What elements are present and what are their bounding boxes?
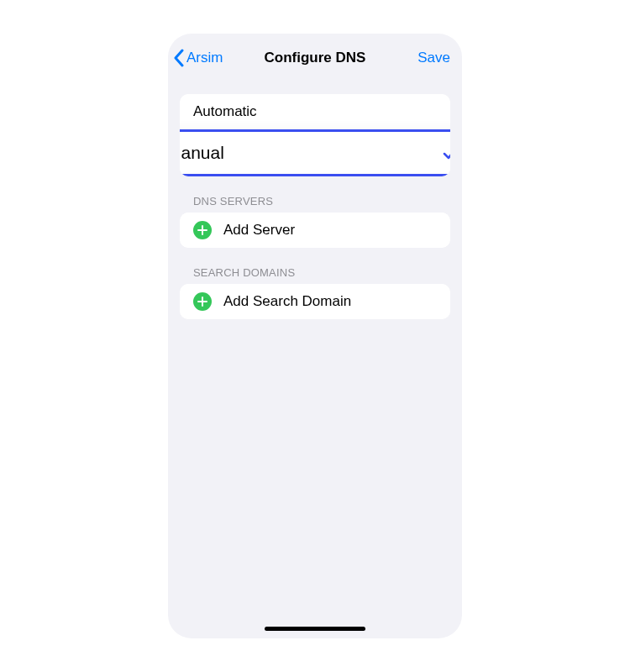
add-search-domain-button[interactable]: Add Search Domain bbox=[180, 284, 450, 319]
home-indicator[interactable] bbox=[265, 627, 365, 631]
search-domains-group: Add Search Domain bbox=[180, 284, 450, 319]
option-manual[interactable]: Manual bbox=[180, 129, 450, 176]
header-bar: Arsim Configure DNS Save bbox=[168, 34, 462, 82]
dns-mode-group: Automatic Manual bbox=[180, 94, 450, 176]
dns-servers-header: DNS SERVERS bbox=[168, 176, 462, 213]
page-title: Configure DNS bbox=[265, 50, 366, 66]
chevron-left-icon bbox=[173, 49, 185, 67]
checkmark-icon bbox=[442, 144, 450, 161]
back-label: Arsim bbox=[186, 50, 223, 66]
plus-icon bbox=[193, 221, 212, 239]
option-manual-highlight: Manual bbox=[180, 129, 450, 176]
search-domains-header: SEARCH DOMAINS bbox=[168, 248, 462, 284]
back-button[interactable]: Arsim bbox=[173, 49, 223, 67]
plus-icon bbox=[193, 292, 212, 311]
add-server-button[interactable]: Add Server bbox=[180, 213, 450, 248]
phone-screen: Arsim Configure DNS Save Automatic Manua… bbox=[168, 34, 462, 638]
option-automatic-label: Automatic bbox=[193, 103, 257, 120]
option-manual-label: Manual bbox=[180, 143, 224, 163]
add-server-label: Add Server bbox=[223, 222, 295, 239]
save-button[interactable]: Save bbox=[417, 50, 450, 66]
option-automatic[interactable]: Automatic bbox=[180, 94, 450, 130]
dns-servers-group: Add Server bbox=[180, 213, 450, 248]
add-search-domain-label: Add Search Domain bbox=[223, 293, 351, 310]
